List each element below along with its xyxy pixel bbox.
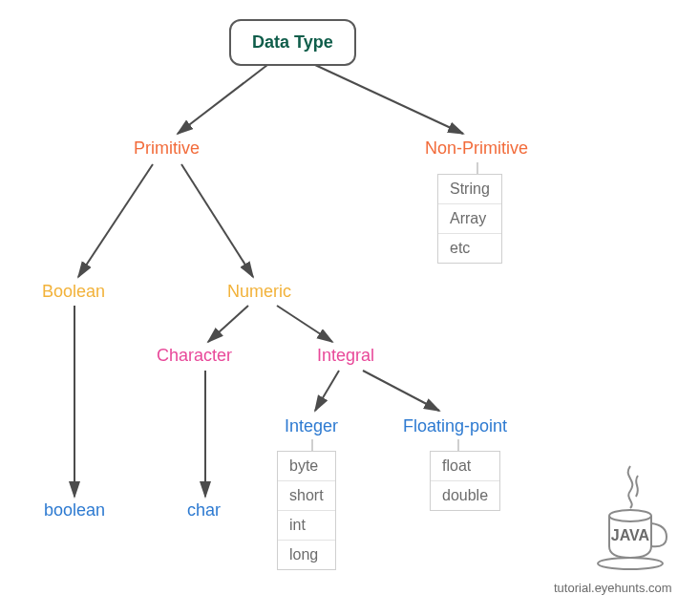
svg-line-1 [315,65,463,134]
java-logo-icon: JAVA [582,458,678,577]
root-node: Data Type [229,19,356,66]
leaf-char: char [187,500,221,520]
table-row: float [431,452,499,481]
logo-text: JAVA [611,527,650,543]
svg-line-0 [178,65,267,134]
leaf-boolean: boolean [44,500,105,520]
table-row: Array [438,204,501,234]
table-row: double [431,481,499,510]
table-row: long [278,541,335,569]
svg-line-3 [181,164,253,277]
node-boolean-category: Boolean [42,282,105,302]
table-row: int [278,511,335,541]
svg-line-8 [315,371,339,411]
node-floating-point: Floating-point [403,416,507,436]
node-integral: Integral [317,346,374,366]
svg-line-2 [78,164,153,277]
table-row: byte [278,452,335,481]
node-primitive: Primitive [134,138,200,159]
table-integer: byte short int long [277,451,336,570]
table-row: String [438,175,501,204]
svg-line-6 [277,306,332,342]
svg-point-14 [598,558,663,569]
svg-line-5 [208,306,248,342]
node-numeric: Numeric [227,282,291,302]
svg-point-13 [609,510,651,521]
table-row: etc [438,234,501,263]
svg-line-9 [363,371,439,411]
table-nonprimitive: String Array etc [437,174,502,264]
node-character: Character [157,346,232,366]
root-label: Data Type [252,32,333,52]
node-nonprimitive: Non-Primitive [425,138,528,159]
attribution-text: tutorial.eyehunts.com [554,581,672,595]
node-integer: Integer [285,416,338,436]
table-floating: float double [430,451,500,511]
table-row: short [278,481,335,511]
